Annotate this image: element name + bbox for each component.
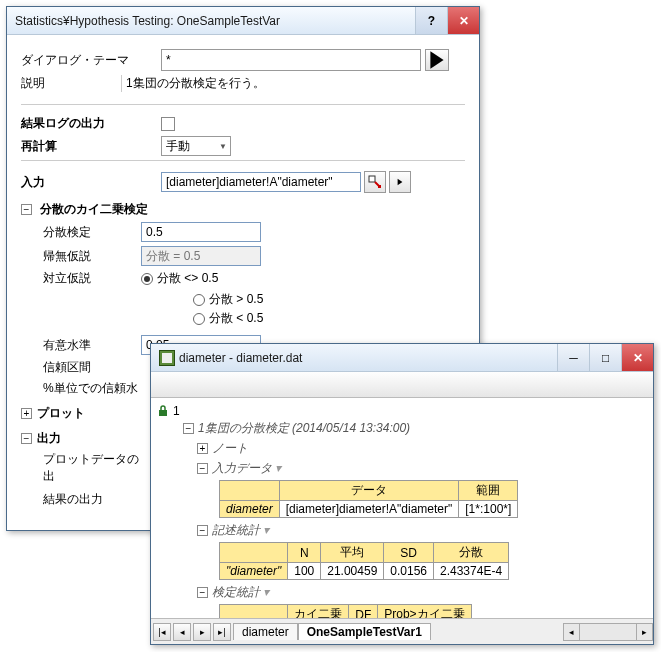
close-button[interactable]: ✕ [621,344,653,371]
result-log-checkbox[interactable] [161,117,175,131]
resultout-label: 結果の出力 [21,491,141,508]
dialog-title: Statistics¥Hypothesis Testing: OneSample… [15,14,415,28]
input-node[interactable]: −入力データ ▾ [197,460,647,477]
minimize-button[interactable]: ─ [557,344,589,371]
svg-rect-1 [159,410,167,416]
result-log-label: 結果ログの出力 [21,115,161,132]
play-icon [426,49,448,71]
plotdata-label: プロットデータの出 [21,451,141,485]
root-node[interactable]: −1集団の分散検定 (2014/05/14 13:34:00) [183,420,647,437]
tab-onesample[interactable]: OneSampleTestVar1 [298,623,431,640]
range-picker-button[interactable] [364,171,386,193]
recalc-select[interactable]: 手動 [161,136,231,156]
alt-radio-3[interactable] [193,313,205,325]
worksheet-icon [159,350,175,366]
tab-last-button[interactable]: ▸| [213,623,231,641]
play-icon [396,178,404,186]
notes-node[interactable]: +ノート [197,440,647,457]
vartest-label: 分散検定 [21,224,141,241]
alt-radio-2[interactable] [193,294,205,306]
result-toolbar [151,372,653,398]
collapse-icon: − [197,463,208,474]
scroll-left-button[interactable]: ◂ [564,624,580,640]
tab-prev-button[interactable]: ◂ [173,623,191,641]
test-table: カイ二乗DFProb>カイ二乗 "diameter"0.04819993.653… [219,604,472,618]
sheet-tabs: |◂ ◂ ▸ ▸| diameter OneSampleTestVar1 ◂ ▸ [151,618,653,644]
theme-label: ダイアログ・テーマ [21,52,161,69]
desc-table: N平均SD分散 "diameter"10021.004590.01562.433… [219,542,509,580]
desc-label: 説明 [21,75,121,92]
collapse-icon: − [21,433,32,444]
theme-menu-button[interactable] [425,49,449,71]
range-icon [368,175,382,189]
null-label: 帰無仮説 [21,248,141,265]
input-label: 入力 [21,174,161,191]
svg-rect-0 [369,176,375,182]
desc-value: 1集団の分散検定を行う。 [121,75,265,92]
result-titlebar[interactable]: diameter - diameter.dat ─ □ ✕ [151,344,653,372]
recalc-label: 再計算 [21,138,161,155]
sig-label: 有意水準 [21,337,141,354]
null-input [141,246,261,266]
input-table: データ範囲 diameter[diameter]diameter!A"diame… [219,480,518,518]
hscrollbar[interactable]: ◂ ▸ [563,623,653,641]
desc-node[interactable]: −記述統計 ▾ [197,522,647,539]
maximize-button[interactable]: □ [589,344,621,371]
result-window: diameter - diameter.dat ─ □ ✕ 1 −1集団の分散検… [150,343,654,645]
close-button[interactable]: ✕ [447,7,479,34]
chi-group-header[interactable]: − 分散のカイ二乗検定 [21,201,465,218]
collapse-icon: − [21,204,32,215]
dialog-titlebar[interactable]: Statistics¥Hypothesis Testing: OneSample… [7,7,479,35]
alt-label: 対立仮説 [21,270,141,287]
collapse-icon: − [197,525,208,536]
expand-icon: + [197,443,208,454]
expand-icon: + [21,408,32,419]
tab-diameter[interactable]: diameter [233,623,298,640]
theme-input[interactable] [161,49,421,71]
alt-radio-1[interactable] [141,273,153,285]
ci-label: 信頼区間 [21,359,141,376]
collapse-icon: − [197,587,208,598]
scroll-right-button[interactable]: ▸ [636,624,652,640]
range-menu-button[interactable] [389,171,411,193]
result-title: diameter - diameter.dat [179,351,557,365]
vartest-input[interactable] [141,222,261,242]
tree-index: 1 [173,404,180,418]
lock-icon [157,405,169,417]
help-button[interactable]: ? [415,7,447,34]
test-node[interactable]: −検定統計 ▾ [197,584,647,601]
pct-label: %単位での信頼水 [21,380,141,397]
collapse-icon: − [183,423,194,434]
input-range-field[interactable] [161,172,361,192]
tab-next-button[interactable]: ▸ [193,623,211,641]
tab-first-button[interactable]: |◂ [153,623,171,641]
